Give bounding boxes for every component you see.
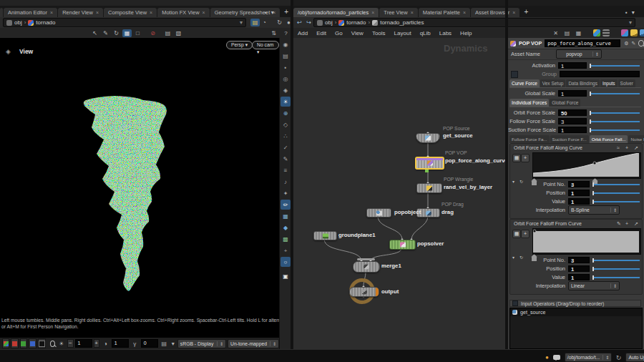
sort-icon[interactable]: ⇅ xyxy=(269,29,278,37)
scene-viewport[interactable]: ◈ View Persp ▾ No cam ▾ xyxy=(0,38,279,337)
value-field[interactable]: 1 xyxy=(568,274,590,280)
toolbox-icon[interactable]: ✕ xyxy=(551,29,560,37)
pivot-icon[interactable]: ◎ xyxy=(280,74,291,84)
ramp-toggle-button[interactable]: ▦ xyxy=(512,230,521,238)
node-popobject[interactable] xyxy=(366,208,391,217)
slider-handle[interactable] xyxy=(592,267,594,271)
handles-icon[interactable]: ✦ xyxy=(280,188,291,198)
node-name-field[interactable]: pop_force_along_curve xyxy=(545,39,620,47)
tab-inputs[interactable]: Inputs xyxy=(600,79,618,87)
expand-ramp-icon[interactable]: ↗ xyxy=(634,145,638,151)
menu-view[interactable]: View xyxy=(347,30,368,36)
add-point-icon[interactable]: + xyxy=(625,145,628,150)
menu-edit[interactable]: Edit xyxy=(312,30,331,36)
tab-follow-force-falloff[interactable]: Follow Force Fa... xyxy=(509,135,550,143)
slider-handle[interactable] xyxy=(592,191,594,195)
message-bubble-icon[interactable] xyxy=(553,355,560,360)
shelf-folder-icon[interactable] xyxy=(630,29,638,36)
menu-go[interactable]: Go xyxy=(331,30,347,36)
tab-close-icon[interactable]: × xyxy=(203,8,205,17)
group-checkbox[interactable] xyxy=(511,71,518,78)
brush-icon[interactable]: ✎ xyxy=(632,41,636,47)
render-flag-bar[interactable] xyxy=(376,288,379,296)
pane-maximize-icon[interactable]: ▪ xyxy=(265,8,267,17)
tab-network-editor[interactable]: /obj/tornado/tornado_particles× xyxy=(293,8,379,17)
node-merge1[interactable] xyxy=(353,261,380,273)
sync-icon[interactable]: ↻ xyxy=(275,19,284,26)
magnify-icon[interactable] xyxy=(50,341,55,347)
rgb-channel-button[interactable] xyxy=(2,338,9,348)
info-icon[interactable]: ○ xyxy=(280,257,291,267)
desktop-icon[interactable] xyxy=(640,29,644,36)
colorspace-select[interactable]: sRGB - Display⇕ xyxy=(177,339,226,348)
audio-icon[interactable]: ♪ xyxy=(280,177,291,187)
contrast-field[interactable]: 1 xyxy=(112,339,129,348)
global-scale-field[interactable]: 1 xyxy=(558,90,587,97)
diamond-icon[interactable]: ◆ xyxy=(280,222,291,233)
pane-maximize-icon[interactable]: ▪ xyxy=(625,8,628,17)
tab-close-icon[interactable]: × xyxy=(150,8,152,17)
help-icon[interactable]: ? xyxy=(281,29,291,37)
layout-grid-icon[interactable] xyxy=(602,29,610,36)
orbit-force-scale-field[interactable]: 50 xyxy=(558,109,587,116)
ramp-add-button[interactable]: + xyxy=(521,154,530,162)
monitor-icon[interactable]: ▣ xyxy=(280,271,291,281)
red-channel-button[interactable] xyxy=(11,338,18,348)
headlight-icon[interactable]: ☀ xyxy=(280,97,291,107)
context-path-select[interactable]: /obj/tornado/t...⇕ xyxy=(565,353,612,362)
point-no-field[interactable]: 3 xyxy=(568,257,590,263)
menu-add[interactable]: Add xyxy=(293,30,312,36)
slider-handle[interactable] xyxy=(590,92,591,96)
forward-icon[interactable]: ↪ xyxy=(304,19,313,26)
globe-icon[interactable]: ⊕ xyxy=(280,108,291,118)
spline-preset-icon[interactable]: ≈ xyxy=(617,145,620,150)
input-ops-checkbox[interactable] xyxy=(512,300,518,306)
pin-icon[interactable]: ▤ xyxy=(250,19,260,26)
pane-menu-icon[interactable]: ▾ xyxy=(632,8,635,17)
slider-handle[interactable] xyxy=(590,111,591,115)
tab-vex-setup[interactable]: Vex Setup xyxy=(540,79,566,87)
green-channel-button[interactable] xyxy=(20,338,27,348)
position-slider[interactable] xyxy=(592,265,640,272)
value-slider[interactable] xyxy=(592,198,640,205)
position-field[interactable]: 1 xyxy=(568,265,590,272)
alpha-channel-button[interactable] xyxy=(38,338,46,348)
tree-view-icon[interactable]: ▤ xyxy=(562,29,572,37)
node-output[interactable] xyxy=(349,287,379,297)
path-dropdown-icon[interactable]: ▾ xyxy=(240,19,243,26)
spreadsheet-icon[interactable]: ▦ xyxy=(574,29,583,37)
slider-handle[interactable] xyxy=(590,128,591,132)
tab-suction-force-falloff[interactable]: Suction Force F... xyxy=(550,135,589,143)
tab-close-icon[interactable]: × xyxy=(463,8,466,17)
paint-icon[interactable]: ✏ xyxy=(280,200,291,210)
breadcrumb-current[interactable]: tornado xyxy=(36,19,55,26)
path-combobox[interactable]: obj › tornado › tornado_particles ▾ xyxy=(313,18,635,27)
tab-close-icon[interactable]: × xyxy=(50,8,53,17)
gamma-field[interactable]: 0 xyxy=(141,339,158,348)
exposure-minus-button[interactable]: − xyxy=(67,339,73,348)
alert-icon[interactable]: ● xyxy=(545,354,549,361)
tab-data-bindings[interactable]: Data Bindings xyxy=(566,79,599,87)
activation-slider[interactable] xyxy=(590,62,640,69)
refresh-icon[interactable]: ↻ xyxy=(616,354,622,361)
persp-button[interactable]: Persp ▾ xyxy=(226,41,253,49)
no-cam-button[interactable]: No cam ▾ xyxy=(252,41,279,49)
value-slider[interactable] xyxy=(592,274,640,280)
tab-global-force[interactable]: Global Force xyxy=(550,99,580,107)
interpolation-select[interactable]: B-Spline⇕ xyxy=(568,205,620,215)
node-rand-vel-by-layer[interactable] xyxy=(416,183,442,193)
position-field[interactable]: 1 xyxy=(568,190,590,196)
objects-icon[interactable]: ◇ xyxy=(280,119,291,129)
activation-field[interactable]: 1 xyxy=(558,62,587,69)
lasso-tool-icon[interactable]: ✎ xyxy=(101,29,110,37)
tab-composite-view[interactable]: Composite View× xyxy=(104,8,157,17)
point-no-slider[interactable] xyxy=(592,181,640,187)
slider-handle[interactable] xyxy=(590,64,591,68)
menu-tools[interactable]: Tools xyxy=(368,30,390,36)
shelf-a-icon[interactable]: ▤ xyxy=(163,29,172,37)
falloff-along-ramp[interactable] xyxy=(532,152,641,179)
grid-icon[interactable]: ▩ xyxy=(280,234,291,244)
node-pop-force-along-curve[interactable] xyxy=(415,157,444,170)
asset-name-select[interactable]: popvop⇕ xyxy=(556,49,602,59)
slider-handle[interactable] xyxy=(592,275,594,280)
